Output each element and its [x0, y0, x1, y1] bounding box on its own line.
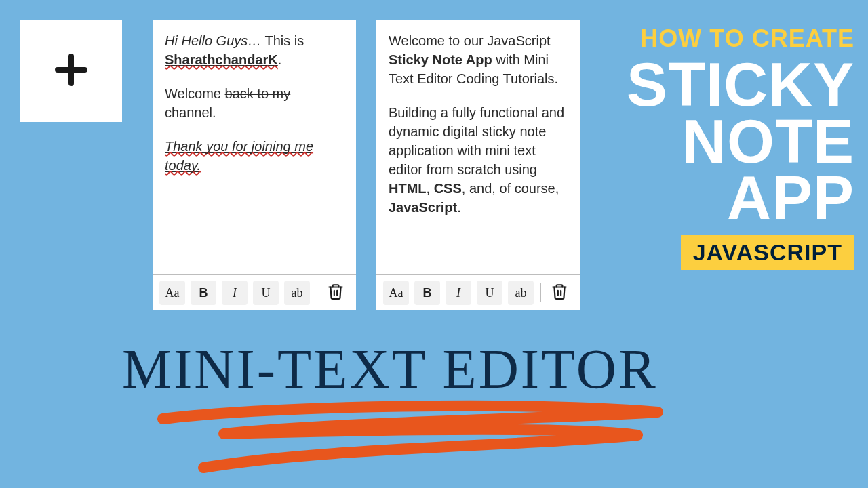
- note-text: Building a fully functional and dynamic …: [389, 105, 564, 177]
- note-text: back to my: [225, 86, 291, 101]
- title-line: STICKY: [627, 57, 854, 114]
- title-subheading: HOW TO CREATE: [627, 24, 854, 53]
- bold-button[interactable]: B: [191, 281, 216, 305]
- note-text: SharathchandarK: [165, 52, 278, 67]
- case-button[interactable]: Aa: [383, 281, 409, 305]
- note-text: CSS: [434, 181, 462, 196]
- bold-button[interactable]: B: [414, 281, 440, 305]
- plus-icon: [51, 49, 92, 93]
- handwritten-title: MINI-TEXT EDITOR: [122, 338, 658, 401]
- sticky-note: Hi Hello Guys… This is SharathchandarK. …: [153, 20, 356, 310]
- note-text: , and, of course,: [462, 181, 559, 196]
- scribble-underline-icon: [149, 393, 678, 481]
- toolbar-divider: [540, 283, 541, 302]
- note-text: Welcome: [165, 86, 225, 101]
- note-text: .: [457, 200, 461, 215]
- trash-icon: [327, 283, 344, 303]
- editor-toolbar: Aa B I U ab: [153, 274, 356, 310]
- note-text: HTML: [389, 181, 427, 196]
- title-line: APP: [627, 170, 854, 227]
- italic-button[interactable]: I: [222, 281, 248, 305]
- delete-note-button[interactable]: [324, 281, 347, 305]
- note-text: ,: [427, 181, 434, 196]
- editor-toolbar: Aa B I U ab: [376, 274, 580, 310]
- strikethrough-button[interactable]: ab: [508, 281, 534, 305]
- javascript-badge: JAVASCRIPT: [681, 235, 854, 270]
- trash-icon: [551, 283, 568, 303]
- note-text: Welcome to our JavaScript: [389, 33, 551, 48]
- italic-button[interactable]: I: [446, 281, 471, 305]
- note-text: channel.: [165, 105, 216, 120]
- note-text: Hi Hello Guys…: [165, 33, 261, 48]
- note-text: Sticky Note App: [389, 52, 492, 67]
- case-button[interactable]: Aa: [159, 281, 185, 305]
- toolbar-divider: [317, 283, 317, 302]
- underline-button[interactable]: U: [253, 281, 279, 305]
- note-text: This is: [261, 33, 304, 48]
- add-note-button[interactable]: [20, 20, 122, 122]
- note-content-area[interactable]: Hi Hello Guys… This is SharathchandarK. …: [153, 20, 356, 274]
- title-heading: STICKY NOTE APP: [627, 57, 854, 227]
- note-text: .: [278, 52, 282, 67]
- strikethrough-button[interactable]: ab: [284, 281, 310, 305]
- sticky-note: Welcome to our JavaScript Sticky Note Ap…: [376, 20, 580, 310]
- title-line: NOTE: [627, 114, 854, 171]
- note-content-area[interactable]: Welcome to our JavaScript Sticky Note Ap…: [376, 20, 580, 274]
- underline-button[interactable]: U: [477, 281, 502, 305]
- title-block: HOW TO CREATE STICKY NOTE APP JAVASCRIPT: [627, 24, 854, 270]
- note-text: JavaScript: [389, 200, 457, 215]
- note-text: Thank you for joining me today.: [165, 139, 313, 173]
- delete-note-button[interactable]: [548, 281, 571, 305]
